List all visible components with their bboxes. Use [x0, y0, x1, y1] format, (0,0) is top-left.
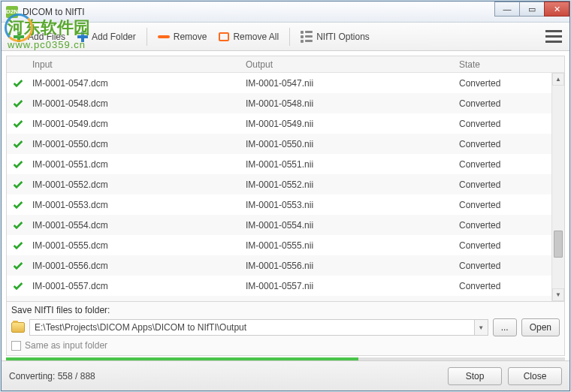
- cell-state: Converted: [456, 119, 564, 129]
- browse-button[interactable]: ...: [493, 318, 517, 336]
- cell-output: IM-0001-0548.nii: [243, 98, 456, 109]
- cell-state: Converted: [456, 220, 564, 231]
- cell-output: IM-0001-0556.nii: [243, 261, 456, 271]
- file-table: Input Output State IM-0001-0547.dcmIM-00…: [6, 56, 565, 302]
- menu-button[interactable]: [545, 30, 562, 43]
- footer: Converting: 558 / 888 Stop Close: [2, 360, 569, 390]
- scroll-thumb[interactable]: [554, 231, 563, 258]
- check-icon: [7, 240, 29, 252]
- cell-state: Converted: [456, 261, 564, 271]
- plus-green-icon: [14, 32, 24, 42]
- check-icon: [7, 138, 29, 150]
- table-row[interactable]: IM-0001-0558.dcmConverting: [7, 296, 564, 301]
- cell-output: IM-0001-0551.nii: [243, 159, 456, 170]
- open-folder-button[interactable]: Open: [521, 318, 560, 336]
- cell-input: IM-0001-0554.dcm: [29, 220, 243, 231]
- check-icon: [7, 98, 29, 110]
- cell-state: Converted: [456, 139, 564, 149]
- check-icon: [7, 199, 29, 211]
- scroll-up-arrow[interactable]: ▲: [552, 73, 564, 86]
- cell-output: IM-0001-0549.nii: [243, 119, 456, 129]
- path-dropdown-arrow[interactable]: ▼: [475, 319, 488, 336]
- cell-state: Converted: [456, 98, 564, 109]
- maximize-button[interactable]: ▭: [519, 2, 545, 17]
- cell-input: IM-0001-0556.dcm: [29, 261, 243, 271]
- add-folder-button[interactable]: Add Folder: [71, 29, 142, 45]
- play-icon: [7, 300, 29, 302]
- cell-output: IM-0001-0550.nii: [243, 139, 456, 149]
- scroll-down-arrow[interactable]: ▼: [552, 288, 564, 301]
- remove-button[interactable]: Remove: [152, 29, 213, 45]
- cell-state: Converted: [456, 159, 564, 170]
- table-row[interactable]: IM-0001-0554.dcmIM-0001-0554.niiConverte…: [7, 215, 564, 235]
- table-row[interactable]: IM-0001-0555.dcmIM-0001-0555.niiConverte…: [7, 235, 564, 255]
- status-text: Converting: 558 / 888: [9, 371, 442, 381]
- add-folder-label: Add Folder: [92, 32, 136, 42]
- table-row[interactable]: IM-0001-0553.dcmIM-0001-0553.niiConverte…: [7, 194, 564, 215]
- cell-input: IM-0001-0555.dcm: [29, 240, 243, 251]
- vertical-scrollbar[interactable]: ▲ ▼: [551, 73, 564, 301]
- col-output-header[interactable]: Output: [243, 59, 456, 70]
- content-area: Input Output State IM-0001-0547.dcmIM-00…: [2, 51, 569, 360]
- stop-button[interactable]: Stop: [448, 367, 502, 385]
- col-state-header[interactable]: State: [456, 59, 551, 70]
- cell-input: IM-0001-0558.dcm: [29, 301, 243, 302]
- folder-icon: [11, 322, 25, 333]
- table-row[interactable]: IM-0001-0556.dcmIM-0001-0556.niiConverte…: [7, 255, 564, 276]
- cell-output: IM-0001-0553.nii: [243, 200, 456, 210]
- same-as-input-checkbox[interactable]: [11, 341, 21, 351]
- table-row[interactable]: IM-0001-0551.dcmIM-0001-0551.niiConverte…: [7, 154, 564, 174]
- output-path-input[interactable]: E:\Test\Projects\DICOM Apps\DICOM to NIf…: [29, 319, 475, 336]
- cell-input: IM-0001-0551.dcm: [29, 159, 243, 170]
- cell-input: IM-0001-0548.dcm: [29, 98, 243, 109]
- remove-all-button[interactable]: Remove All: [213, 29, 285, 45]
- check-icon: [7, 158, 29, 170]
- cell-input: IM-0001-0557.dcm: [29, 281, 243, 291]
- cell-input: IM-0001-0549.dcm: [29, 119, 243, 129]
- table-row[interactable]: IM-0001-0550.dcmIM-0001-0550.niiConverte…: [7, 134, 564, 154]
- cell-output: IM-0001-0552.nii: [243, 179, 456, 190]
- table-row[interactable]: IM-0001-0552.dcmIM-0001-0552.niiConverte…: [7, 174, 564, 194]
- separator: [147, 28, 147, 46]
- cell-input: IM-0001-0553.dcm: [29, 200, 243, 210]
- remove-label: Remove: [174, 32, 207, 42]
- list-icon: [301, 31, 313, 43]
- close-window-button[interactable]: ✕: [544, 2, 569, 17]
- cell-state: Converted: [456, 179, 564, 190]
- add-files-label: Add Files: [28, 32, 65, 42]
- check-icon: [7, 219, 29, 231]
- cell-state: Converting: [456, 301, 564, 302]
- col-input-header[interactable]: Input: [29, 59, 243, 70]
- titlebar[interactable]: D2N DICOM to NIfTI — ▭ ✕: [2, 2, 569, 23]
- cell-state: Converted: [456, 281, 564, 291]
- cell-output: IM-0001-0555.nii: [243, 240, 456, 251]
- minus-orange-icon: [158, 35, 170, 38]
- toolbar: Add Files Add Folder Remove Remove All N…: [2, 23, 569, 51]
- cell-state: Converted: [456, 240, 564, 251]
- table-row[interactable]: IM-0001-0549.dcmIM-0001-0549.niiConverte…: [7, 113, 564, 134]
- cell-output: IM-0001-0547.nii: [243, 78, 456, 89]
- table-body: IM-0001-0547.dcmIM-0001-0547.niiConverte…: [7, 73, 564, 301]
- cell-input: IM-0001-0547.dcm: [29, 78, 243, 89]
- cell-input: IM-0001-0550.dcm: [29, 139, 243, 149]
- check-icon: [7, 179, 29, 191]
- window-title: DICOM to NIfTI: [23, 7, 85, 17]
- minimize-button[interactable]: —: [494, 2, 520, 17]
- table-row[interactable]: IM-0001-0557.dcmIM-0001-0557.niiConverte…: [7, 276, 564, 296]
- check-icon: [7, 280, 29, 292]
- nifti-options-label: NIfTI Options: [316, 32, 370, 42]
- cell-output: IM-0001-0554.nii: [243, 220, 456, 231]
- app-window: D2N DICOM to NIfTI — ▭ ✕ 河东软件园 www.pc035…: [1, 1, 570, 391]
- nifti-options-button[interactable]: NIfTI Options: [295, 28, 376, 46]
- separator: [289, 28, 290, 46]
- app-icon: D2N: [6, 6, 18, 18]
- table-row[interactable]: IM-0001-0547.dcmIM-0001-0547.niiConverte…: [7, 73, 564, 93]
- close-button[interactable]: Close: [508, 367, 562, 385]
- save-label: Save NIfTI files to folder:: [11, 305, 560, 315]
- square-orange-icon: [219, 32, 229, 41]
- cell-state: Converted: [456, 78, 564, 89]
- cell-input: IM-0001-0552.dcm: [29, 179, 243, 190]
- table-row[interactable]: IM-0001-0548.dcmIM-0001-0548.niiConverte…: [7, 93, 564, 113]
- check-icon: [7, 118, 29, 130]
- add-files-button[interactable]: Add Files: [8, 29, 71, 45]
